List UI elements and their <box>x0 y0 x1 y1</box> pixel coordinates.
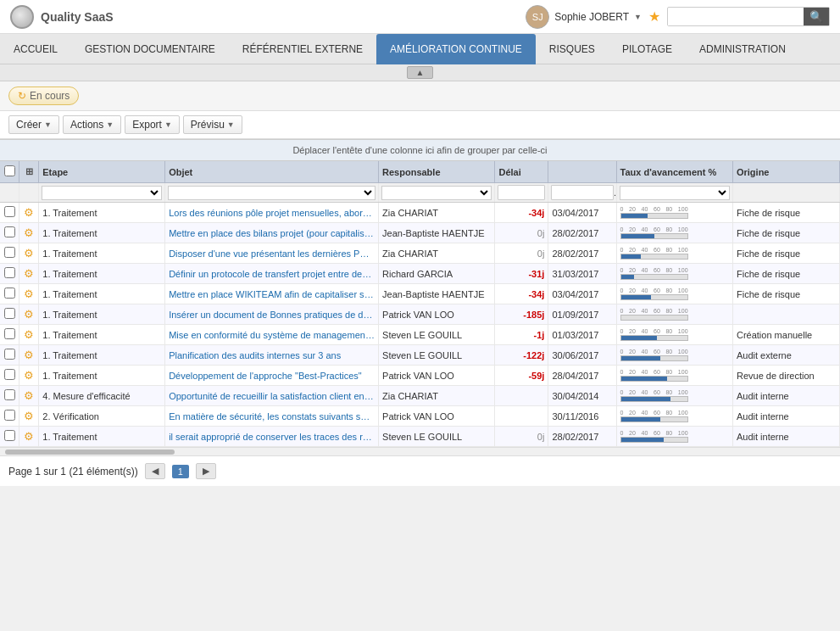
gear-icon[interactable]: ⚙ <box>24 247 34 260</box>
creer-button[interactable]: Créer ▼ <box>8 115 59 134</box>
row-etape: 1. Traitement <box>39 304 165 325</box>
row-checkbox[interactable] <box>4 430 15 441</box>
row-objet[interactable]: Opportunité de recueillir la satisfactio… <box>165 386 379 406</box>
gear-icon[interactable]: ⚙ <box>24 328 34 341</box>
row-taux: 020406080100 <box>616 264 732 284</box>
row-objet[interactable]: il serait approprié de conserver les tra… <box>165 427 379 447</box>
row-gear-cell: ⚙ <box>19 243 39 264</box>
gear-icon[interactable]: ⚙ <box>24 267 34 280</box>
favorites-icon[interactable]: ★ <box>648 8 660 25</box>
search-input[interactable] <box>668 8 804 25</box>
row-objet[interactable]: Disposer d'une vue présentant les derniè… <box>165 243 379 264</box>
table-row: ⚙1. TraitementDéveloppement de l'approch… <box>0 366 840 386</box>
table-row: ⚙1. Traitementil serait approprié de con… <box>0 427 840 447</box>
gear-icon[interactable]: ⚙ <box>24 410 34 422</box>
export-button[interactable]: Export ▼ <box>125 115 180 134</box>
prev-page-button[interactable]: ◀ <box>145 463 165 479</box>
etape-filter-select[interactable] <box>42 186 162 200</box>
row-taux: 020406080100 <box>616 386 732 406</box>
row-checkbox[interactable] <box>4 288 15 299</box>
nav-collapse-button[interactable]: ▲ <box>407 66 434 79</box>
row-taux: 020406080100 <box>616 345 732 366</box>
filter-taux <box>616 183 732 203</box>
actions-label: Actions <box>70 119 103 131</box>
row-checkbox-cell <box>0 243 19 264</box>
row-delai: -34j <box>495 203 548 223</box>
th-date <box>548 161 616 183</box>
row-objet[interactable]: Planification des audits internes sur 3 … <box>165 345 379 366</box>
scrollbar-thumb[interactable] <box>5 450 175 455</box>
resp-filter-select[interactable] <box>381 186 492 200</box>
select-all-checkbox[interactable] <box>4 165 15 176</box>
nav-pilotage[interactable]: PILOTAGE <box>609 34 686 64</box>
nav-amelioration[interactable]: AMÉLIORATION CONTINUE <box>376 34 536 64</box>
row-checkbox[interactable] <box>4 267 15 278</box>
row-checkbox[interactable] <box>4 206 15 217</box>
row-checkbox[interactable] <box>4 226 15 237</box>
row-gear-cell: ⚙ <box>19 386 39 406</box>
row-checkbox[interactable] <box>4 369 15 380</box>
row-checkbox[interactable] <box>4 247 15 258</box>
search-button[interactable]: 🔍 <box>804 8 829 25</box>
taux-filter-select[interactable] <box>620 186 730 200</box>
row-objet[interactable]: Mise en conformité du système de managem… <box>165 325 379 345</box>
delai-filter-input[interactable] <box>498 185 545 200</box>
row-objet[interactable]: Mettre en place des bilans projet (pour … <box>165 223 379 243</box>
row-date: 28/02/2017 <box>548 427 616 447</box>
row-objet[interactable]: Développement de l'approche "Best-Practi… <box>165 366 379 386</box>
previsu-button[interactable]: Prévisu ▼ <box>183 115 242 134</box>
row-date: 31/03/2017 <box>548 264 616 284</box>
row-objet[interactable]: Insérer un document de Bonnes pratiques … <box>165 304 379 325</box>
row-responsable: Jean-Baptiste HAENTJE <box>379 284 495 304</box>
row-date: 28/02/2017 <box>548 223 616 243</box>
en-cours-tab[interactable]: ↻ En cours <box>8 87 79 105</box>
gear-icon[interactable]: ⚙ <box>24 206 34 219</box>
row-delai: -31j <box>495 264 548 284</box>
gear-icon[interactable]: ⚙ <box>24 369 34 382</box>
row-objet[interactable]: Définir un protocole de transfert projet… <box>165 264 379 284</box>
gear-icon[interactable]: ⚙ <box>24 430 34 443</box>
app-title: Quality SaaS <box>41 10 114 24</box>
gear-icon[interactable]: ⚙ <box>24 308 34 321</box>
row-etape: 1. Traitement <box>39 264 165 284</box>
filter-date: ▼ <box>548 183 616 203</box>
user-menu[interactable]: SJ Sophie JOBERT ▼ <box>526 5 642 29</box>
row-origine: Audit externe <box>732 345 839 366</box>
row-checkbox[interactable] <box>4 389 15 400</box>
row-checkbox-cell <box>0 345 19 366</box>
avatar: SJ <box>526 5 549 29</box>
page-info: Page 1 sur 1 (21 élément(s)) <box>8 466 138 477</box>
table-container: Déplacer l'entête d'une colonne ici afin… <box>0 139 840 455</box>
nav-gestion-doc[interactable]: GESTION DOCUMENTAIRE <box>71 34 229 64</box>
objet-filter-select[interactable] <box>168 186 375 200</box>
actions-button[interactable]: Actions ▼ <box>63 115 121 134</box>
row-checkbox[interactable] <box>4 328 15 339</box>
gear-icon[interactable]: ⚙ <box>24 288 34 300</box>
gear-icon[interactable]: ⚙ <box>24 389 34 402</box>
gear-icon[interactable]: ⚙ <box>24 226 34 239</box>
th-plus: ⊞ <box>19 161 39 183</box>
row-delai: -122j <box>495 345 548 366</box>
filter-objet <box>165 183 379 203</box>
row-delai: -34j <box>495 284 548 304</box>
add-col-icon[interactable]: ⊞ <box>25 166 33 176</box>
row-checkbox[interactable] <box>4 308 15 319</box>
horizontal-scrollbar[interactable] <box>0 447 840 455</box>
row-objet[interactable]: Lors des réunions pôle projet mensuelles… <box>165 203 379 223</box>
row-responsable: Steven LE GOUILL <box>379 427 495 447</box>
row-objet[interactable]: Mettre en place WIKITEAM afin de capital… <box>165 284 379 304</box>
nav-risques[interactable]: RISQUES <box>536 34 609 64</box>
date-filter-input[interactable] <box>551 185 613 200</box>
row-checkbox-cell <box>0 366 19 386</box>
row-origine <box>732 304 839 325</box>
nav-accueil[interactable]: ACCUEIL <box>0 34 71 64</box>
row-responsable: Richard GARCIA <box>379 264 495 284</box>
row-etape: 1. Traitement <box>39 325 165 345</box>
gear-icon[interactable]: ⚙ <box>24 349 34 361</box>
row-checkbox[interactable] <box>4 349 15 360</box>
nav-administration[interactable]: ADMINISTRATION <box>686 34 799 64</box>
nav-referentiel[interactable]: RÉFÉRENTIEL EXTERNE <box>229 34 376 64</box>
next-page-button[interactable]: ▶ <box>196 463 216 479</box>
row-objet[interactable]: En matière de sécurité, les constats sui… <box>165 406 379 427</box>
row-checkbox[interactable] <box>4 410 15 421</box>
